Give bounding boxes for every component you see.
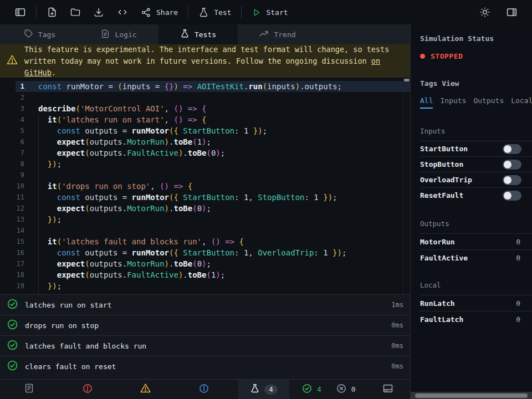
editor-scrollbar-thumb[interactable]: [404, 79, 410, 81]
tag-toggle[interactable]: [503, 144, 521, 154]
line-number: 10: [0, 181, 24, 192]
code-editor[interactable]: 1 const runMotor = (inputs = {}) => AOIT…: [0, 78, 410, 294]
code-token: const: [57, 248, 80, 257]
share-button[interactable]: Share: [135, 3, 184, 21]
tags-view-tab[interactable]: Outputs: [473, 96, 504, 109]
test-result-row[interactable]: latches fault and blocks run 0ms: [0, 335, 410, 356]
simulation-sidebar: Simulation Status STOPPED Tags View All …: [410, 24, 532, 399]
tag-toggle[interactable]: [503, 191, 521, 201]
code-line: 19 });: [0, 280, 410, 291]
code-token: ;: [207, 259, 211, 268]
tab[interactable]: Logic: [79, 24, 158, 44]
line-number: 14: [0, 225, 24, 236]
code-token: :: [234, 193, 244, 202]
code-token: 'drops run on stop': [62, 182, 150, 191]
code-text: expect(outputs.MotorRun).toBe(0);: [24, 258, 211, 269]
code-token: 0: [197, 204, 202, 213]
toggle-knob: [504, 176, 511, 184]
code-text: it('drops run on stop', () => {: [24, 181, 192, 192]
code-token: [197, 115, 202, 124]
code-view-button[interactable]: [110, 3, 135, 21]
code-token: [221, 237, 225, 246]
log-button[interactable]: [0, 383, 58, 396]
line-number: 17: [0, 258, 24, 269]
open-folder-button[interactable]: [64, 3, 87, 21]
code-token: ): [202, 137, 206, 146]
code-token: }): [48, 282, 57, 290]
editor-scrollbar[interactable]: [403, 78, 410, 294]
tags-view-tab[interactable]: Local: [511, 96, 532, 109]
play-icon: [252, 8, 261, 17]
tag-toggle[interactable]: [503, 160, 521, 170]
code-line: 8 });: [0, 158, 410, 170]
test-name: latches run on start: [25, 301, 112, 309]
sidebar-scrollbar[interactable]: [411, 392, 532, 399]
code-token: }): [48, 215, 57, 224]
code-token: =>: [173, 182, 183, 191]
tags-view-tab[interactable]: Inputs: [440, 96, 466, 109]
tags-view-title: Tags View: [420, 79, 532, 88]
code-token: const: [57, 126, 80, 135]
code-token: ({: [169, 248, 178, 257]
test-button[interactable]: Test: [192, 3, 237, 21]
start-button[interactable]: Start: [245, 3, 294, 21]
code-token: [38, 204, 57, 213]
code-token: OverloadTrip: [258, 248, 314, 257]
code-text: const outputs = runMotor({ StartButton: …: [24, 247, 346, 258]
code-line: 18 expect(outputs.FaultActive).toBe(1);: [0, 269, 410, 280]
code-token: runMotor: [132, 126, 169, 135]
code-token: }): [48, 160, 57, 168]
toggle-knob: [504, 145, 511, 153]
toolbar-divider: [241, 6, 242, 18]
code-token: MotorRun: [127, 259, 164, 268]
test-duration: 0ms: [391, 321, 403, 329]
code-line: 9: [0, 170, 410, 181]
code-token: ): [202, 259, 206, 268]
code-token: {: [202, 104, 206, 113]
code-text: });: [24, 158, 62, 170]
line-number: 15: [0, 236, 24, 247]
tag-toggle[interactable]: [503, 175, 521, 185]
tags-view-tab[interactable]: All: [420, 96, 433, 109]
code-token: (: [85, 204, 89, 213]
test-result-row[interactable]: drops run on stop 0ms: [0, 315, 410, 335]
toggle-left-panel-button[interactable]: [8, 3, 32, 21]
warnings-button[interactable]: [116, 382, 175, 396]
code-token: [248, 126, 253, 135]
info-button[interactable]: [175, 383, 233, 396]
code-text: describe('MotorControl AOI', () => {: [24, 103, 206, 114]
tab[interactable]: Tags: [0, 24, 79, 44]
theme-toggle-button[interactable]: [473, 3, 497, 21]
code-token: }): [332, 248, 342, 257]
code-token: it: [48, 182, 57, 191]
code-token: 1: [323, 248, 328, 257]
code-text: const outputs = runMotor({ StartButton: …: [24, 192, 337, 203]
code-token: ): [216, 270, 220, 279]
log-list-icon: [24, 383, 34, 396]
code-token: (): [160, 182, 169, 191]
passed-count[interactable]: 4: [301, 383, 321, 396]
test-result-row[interactable]: clears fault on reset 0ms: [0, 356, 410, 376]
code-token: MotorRun: [127, 204, 164, 213]
new-file-button[interactable]: [40, 3, 64, 21]
code-token: toBe: [173, 204, 192, 213]
code-token: =>: [188, 104, 197, 113]
tab[interactable]: Trend: [238, 24, 317, 44]
line-number: 9: [0, 170, 24, 181]
code-token: (: [206, 149, 211, 157]
panel-bottom-button[interactable]: [382, 383, 393, 396]
code-token: ,: [165, 104, 174, 113]
test-result-row[interactable]: latches run on start 1ms: [0, 294, 410, 315]
toggle-right-panel-button[interactable]: [500, 3, 524, 21]
tests-count-section[interactable]: 4: [238, 380, 289, 399]
code-token: .outputs;: [300, 82, 342, 91]
check-circle-icon: [7, 319, 18, 332]
code-token: [38, 182, 48, 191]
sidebar-scrollbar-thumb[interactable]: [415, 393, 528, 398]
main-column: Tags Logic Tests Trend: [0, 24, 410, 399]
tab[interactable]: Tests: [158, 24, 238, 44]
errors-button[interactable]: [58, 383, 116, 396]
failed-count[interactable]: 0: [336, 383, 356, 396]
code-token: ): [173, 82, 178, 91]
download-button[interactable]: [87, 3, 110, 21]
